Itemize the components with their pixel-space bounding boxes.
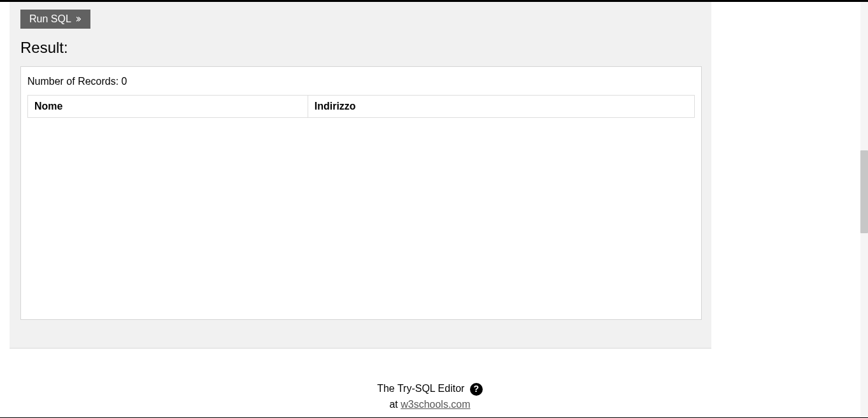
w3schools-link[interactable]: w3schools.com bbox=[401, 399, 470, 410]
left-panel: Run SQL Result: Number of Records: 0 Nom… bbox=[10, 2, 711, 349]
editor-title-label: The Try-SQL Editor bbox=[377, 383, 464, 394]
column-header: Indirizzo bbox=[308, 96, 694, 118]
footer: The Try-SQL Editor ? at w3schools.com bbox=[0, 380, 860, 413]
records-label: Number of Records: bbox=[27, 76, 122, 87]
footer-at-label: at bbox=[389, 399, 401, 410]
help-icon[interactable]: ? bbox=[470, 383, 483, 396]
records-line: Number of Records: 0 bbox=[27, 76, 695, 87]
result-table: Nome Indirizzo bbox=[27, 95, 695, 118]
result-heading: Result: bbox=[20, 39, 711, 57]
table-header-row: Nome Indirizzo bbox=[28, 96, 695, 118]
result-box: Number of Records: 0 Nome Indirizzo bbox=[20, 66, 702, 320]
chevron-double-right-icon bbox=[75, 13, 82, 25]
records-count: 0 bbox=[122, 76, 127, 87]
run-sql-label: Run SQL bbox=[29, 13, 71, 25]
column-header: Nome bbox=[28, 96, 308, 118]
run-sql-button[interactable]: Run SQL bbox=[20, 10, 90, 29]
scrollbar-thumb[interactable] bbox=[860, 150, 868, 233]
